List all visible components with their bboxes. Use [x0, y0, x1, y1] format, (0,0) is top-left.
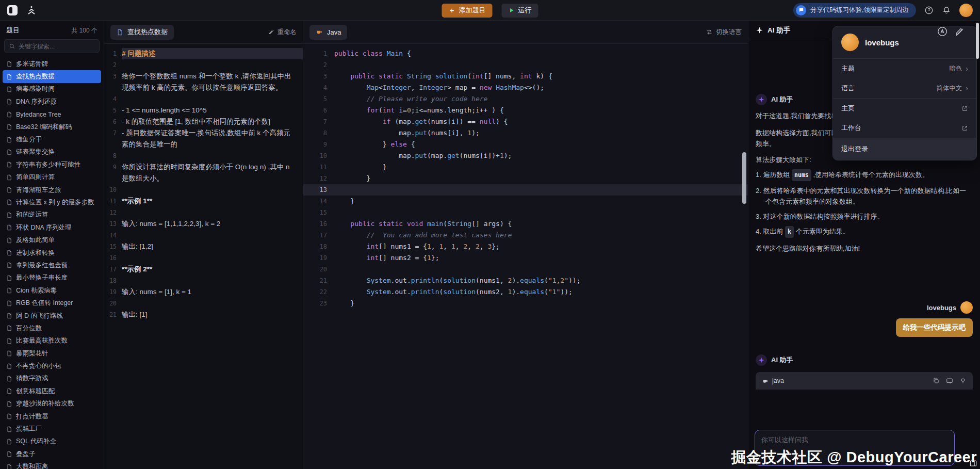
code-line[interactable]: 23 } — [303, 298, 748, 309]
menu-item-workspace[interactable]: 工作台 — [833, 118, 976, 138]
problem-line-text[interactable]: 给你一个整数数组 nums 和一个整数 k ,请你返回其中出现频率前 k 高的元… — [122, 71, 303, 93]
code-line-text[interactable]: for(int i=0;i<=nums.length;i++ ) { — [334, 105, 748, 116]
code-line-text[interactable]: map.put(nums[i], 1); — [334, 127, 748, 139]
sidebar-item[interactable]: 查找热点数据 — [3, 70, 101, 83]
sidebar-item[interactable]: 进制求和转换 — [3, 247, 101, 259]
sidebar-item[interactable]: 大数和距离 — [3, 461, 101, 469]
code-line-text[interactable]: } — [334, 196, 748, 207]
sidebar-item[interactable]: 拿到最多红包金额 — [3, 259, 101, 271]
code-line-text[interactable]: // Please write your code here — [334, 93, 748, 105]
problem-line-text[interactable]: # 问题描述 — [122, 48, 303, 59]
code-line[interactable]: 21 System.out.println(solution(nums1, 2)… — [303, 275, 748, 286]
problem-line-text[interactable]: 输出: [1,2] — [122, 241, 303, 252]
code-line[interactable]: 11 } — [303, 161, 748, 173]
problem-line[interactable]: 15输出: [1,2] — [104, 241, 303, 252]
menu-item-theme[interactable]: 主题暗色› — [833, 59, 976, 78]
code-line-text[interactable] — [334, 264, 748, 275]
copy-icon[interactable] — [933, 377, 940, 384]
problem-line-text[interactable]: 输入: nums = [1], k = 1 — [122, 286, 303, 298]
menu-item-logout[interactable]: 退出登录 — [833, 138, 976, 160]
code-line-text[interactable]: } — [334, 298, 748, 309]
sidebar-item[interactable]: 多米诺骨牌 — [3, 58, 101, 70]
problem-line[interactable]: 21输出: [1] — [104, 309, 303, 320]
code-line[interactable]: 19 int[] nums2 = {1}; — [303, 252, 748, 264]
problem-line-text[interactable]: **示例 1** — [122, 196, 303, 207]
code-line[interactable]: 22 System.out.println(solution(nums2, 1)… — [303, 286, 748, 298]
promo-banner[interactable]: 分享代码练习体验,领限量定制周边 — [793, 3, 916, 18]
sidebar-item[interactable]: 穿越沙漠的补给次数 — [3, 398, 101, 410]
search-box[interactable] — [4, 39, 100, 53]
code-line-text[interactable]: if (map.get(nums[i]) == null) { — [334, 116, 748, 127]
code-line-text[interactable]: map.put(map.get(nums[i])+1); — [334, 150, 748, 161]
code-line-text[interactable]: System.out.println(solution(nums2, 1).eq… — [334, 286, 748, 298]
menu-item-language[interactable]: 语言简体中文› — [833, 78, 976, 98]
problem-line-text[interactable] — [122, 59, 303, 71]
add-problem-button[interactable]: 添加题目 — [442, 4, 493, 18]
code-line[interactable]: 2 — [303, 59, 748, 71]
problem-title-tab[interactable]: 查找热点数据 — [110, 25, 174, 40]
problem-line-text[interactable]: 你所设计算法的时间复杂度必须小于 O(n log n) ,其中 n 是数组大小。 — [122, 161, 303, 184]
page-scrollbar[interactable] — [976, 23, 979, 59]
panel-collapse-icon[interactable] — [969, 459, 977, 467]
problem-line[interactable]: 16 — [104, 252, 303, 264]
problem-line[interactable]: 12 — [104, 207, 303, 218]
problem-line-text[interactable]: 输出: [1] — [122, 309, 303, 320]
sidebar-item[interactable]: 叠盘子 — [3, 448, 101, 460]
code-line-text[interactable]: } — [334, 173, 748, 184]
code-line[interactable]: 12 } — [303, 173, 748, 184]
edit-icon[interactable] — [954, 26, 965, 37]
code-line[interactable]: 7 if (map.get(nums[i]) == null) { — [303, 116, 748, 127]
code-line[interactable]: 8 map.put(nums[i], 1); — [303, 127, 748, 139]
code-line-text[interactable]: public static String solution(int[] nums… — [334, 71, 748, 82]
language-tab[interactable]: Java — [309, 25, 347, 40]
app-logo-icon[interactable] — [7, 5, 18, 15]
code-line[interactable]: 4 Map<Integer, Integer> map = new HashMa… — [303, 82, 748, 93]
problem-line[interactable]: 13输入: nums = [1,1,1,2,2,3], k = 2 — [104, 218, 303, 230]
problem-line-text[interactable] — [122, 93, 303, 105]
problem-line[interactable]: 14 — [104, 230, 303, 241]
sidebar-item[interactable]: 及格如此简单 — [3, 234, 101, 246]
sidebar-item[interactable]: 蛋糕工厂 — [3, 423, 101, 435]
problem-line-text[interactable] — [122, 150, 303, 161]
bell-icon[interactable] — [942, 6, 951, 15]
code-line-text[interactable]: // You can add more test cases here — [334, 230, 748, 241]
code-line-text[interactable] — [334, 184, 748, 196]
code-line-text[interactable]: int[] nums2 = {1}; — [334, 252, 748, 264]
rename-button[interactable]: 重命名 — [268, 28, 297, 37]
sidebar-item[interactable]: Bytedance Tree — [3, 108, 101, 121]
sidebar-item[interactable]: Base32 编码和解码 — [3, 121, 101, 133]
problem-line[interactable]: 3给你一个整数数组 nums 和一个整数 k ,请你返回其中出现频率前 k 高的… — [104, 71, 303, 93]
problem-content[interactable]: 1# 问题描述23给你一个整数数组 nums 和一个整数 k ,请你返回其中出现… — [104, 44, 303, 469]
problem-line-text[interactable] — [122, 230, 303, 241]
code-line[interactable]: 1public class Main { — [303, 48, 748, 59]
sidebar-item[interactable]: Cion 勒索病毒 — [3, 284, 101, 297]
sidebar-item[interactable]: 青海湖租车之旅 — [3, 184, 101, 196]
sidebar-item[interactable]: 不再贪心的小包 — [3, 360, 101, 372]
sidebar-item[interactable]: 简单四则计算 — [3, 171, 101, 184]
problem-line[interactable]: 7- 题目数据保证答案唯一,换句话说,数组中前 k 个高频元素的集合是唯一的 — [104, 127, 303, 150]
problem-line[interactable]: 19输入: nums = [1], k = 1 — [104, 286, 303, 298]
code-line[interactable]: 17 // You can add more test cases here — [303, 230, 748, 241]
code-line[interactable]: 15 — [303, 207, 748, 218]
code-line-text[interactable]: public class Main { — [334, 48, 748, 59]
problem-line-text[interactable]: - 1 <= nums.length <= 10^5 — [122, 105, 303, 116]
menu-item-home[interactable]: 主页 — [833, 99, 976, 118]
problem-line[interactable]: 9你所设计算法的时间复杂度必须小于 O(n log n) ,其中 n 是数组大小… — [104, 161, 303, 184]
code-line[interactable]: 10 map.put(map.get(nums[i])+1); — [303, 150, 748, 161]
code-line[interactable]: 6 for(int i=0;i<=nums.length;i++ ) { — [303, 105, 748, 116]
user-avatar[interactable] — [959, 4, 973, 17]
code-line[interactable]: 13 — [303, 184, 748, 196]
problem-line[interactable]: 2 — [104, 59, 303, 71]
sidebar-item[interactable]: 暴雨梨花针 — [3, 347, 101, 360]
sidebar-item[interactable]: RGB 色值转 Integer — [3, 297, 101, 309]
editor-scrollbar[interactable] — [742, 152, 746, 204]
problem-line[interactable]: 6- k 的取值范围是 [1, 数组中不相同的元素的个数] — [104, 116, 303, 127]
code-line-text[interactable]: int[] nums1 = {1, 1, 1, 2, 2, 3}; — [334, 241, 748, 252]
code-line[interactable]: 20 — [303, 264, 748, 275]
sidebar-item[interactable]: 打点计数器 — [3, 410, 101, 423]
problem-line-text[interactable] — [122, 275, 303, 286]
sidebar-item[interactable]: 百分位数 — [3, 322, 101, 334]
code-line[interactable]: 18 int[] nums1 = {1, 1, 1, 2, 2, 3}; — [303, 241, 748, 252]
code-line[interactable]: 16 public static void main(String[] args… — [303, 218, 748, 230]
sidebar-item[interactable]: 计算位置 x 到 y 的最多步数 — [3, 196, 101, 208]
